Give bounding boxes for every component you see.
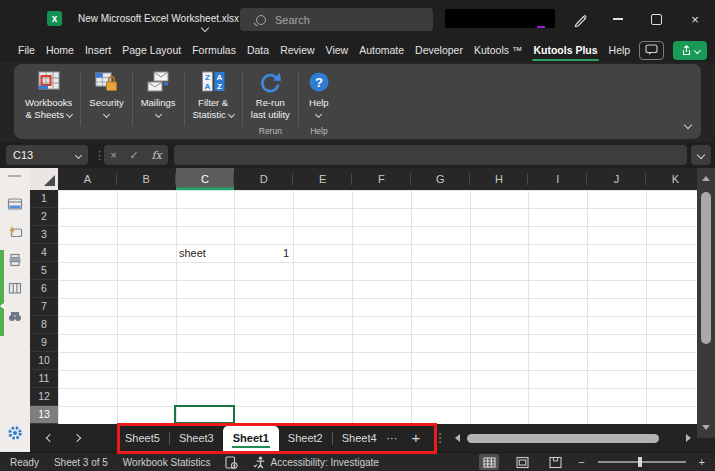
row-header-6[interactable]: 6 [30,280,58,298]
workbooks-sheets-button[interactable]: Workbooks & Sheets [20,68,77,122]
vertical-scrollbar-thumb[interactable] [701,192,711,344]
tab-help[interactable]: Help [609,38,631,62]
confirm-entry-button[interactable]: ✓ [129,149,138,162]
cell-C4[interactable]: sheet [179,244,206,262]
column-header-g[interactable]: G [411,168,470,190]
pane-expander-indicator[interactable] [0,250,4,336]
horizontal-scrollbar-thumb[interactable] [467,434,659,443]
workbook-sheet-pane-icon[interactable] [7,196,23,212]
filter-statistic-button[interactable]: Z A A Z Filter & Statistic [188,68,239,122]
maximize-button[interactable] [641,4,671,34]
document-title[interactable]: New Microsoft Excel Worksheet.xlsx [78,0,239,38]
column-header-i[interactable]: I [528,168,587,190]
tabstrip-menu-icon[interactable]: ⋮ [434,431,446,445]
sheet-tab-sheet1-active[interactable]: Sheet1 [223,426,279,452]
column-header-d[interactable]: D [234,168,293,190]
insert-function-button[interactable]: fx [151,149,161,162]
tab-file[interactable]: File [18,38,35,62]
formula-input[interactable] [174,145,687,165]
row-header-1[interactable]: 1 [30,190,58,208]
tab-review[interactable]: Review [280,38,314,62]
horizontal-scrollbar[interactable] [455,434,691,443]
collapse-ribbon-button[interactable] [685,114,691,132]
vertical-scrollbar[interactable] [697,168,715,438]
search-input[interactable]: Search [240,8,433,31]
more-sheets-icon[interactable]: ⋯ [387,432,399,445]
comments-button[interactable] [639,41,664,60]
security-button[interactable]: Security [84,68,128,119]
scroll-right-icon[interactable] [686,434,691,442]
cell-D4[interactable]: 1 [235,244,289,262]
column-header-b[interactable]: B [117,168,176,190]
previous-sheet-button[interactable] [36,424,63,452]
tab-page-layout[interactable]: Page Layout [122,38,181,62]
expand-formula-bar-button[interactable] [691,145,711,165]
column-header-j[interactable]: J [587,168,646,190]
row-header-9[interactable]: 9 [30,334,58,352]
row-header-3[interactable]: 3 [30,226,58,244]
advanced-find-pane-icon[interactable] [7,308,23,324]
column-list-pane-icon[interactable] [7,280,23,296]
row-header-13[interactable]: 13 [30,406,58,424]
select-all-corner[interactable] [30,168,58,190]
tab-formulas[interactable]: Formulas [192,38,236,62]
scroll-up-icon[interactable] [702,176,710,181]
scroll-left-icon[interactable] [455,434,460,442]
cell-grid[interactable]: sheet 1 [58,190,697,424]
workbook-statistics-button[interactable]: Workbook Statistics [123,457,211,468]
column-header-f[interactable]: F [352,168,411,190]
settings-gear-icon[interactable] [7,425,23,441]
close-button[interactable]: × [680,4,710,34]
tab-developer[interactable]: Developer [415,38,463,62]
column-header-a[interactable]: A [58,168,117,190]
tab-automate[interactable]: Automate [359,38,404,62]
tab-insert[interactable]: Insert [85,38,111,62]
page-break-preview-button[interactable] [545,454,565,470]
name-box[interactable]: C13 [6,145,88,165]
zoom-in-button[interactable]: + [699,456,705,468]
sheet-tab-sheet4[interactable]: Sheet4 [333,424,386,452]
share-button[interactable] [673,41,707,60]
page-layout-view-button[interactable] [512,454,532,470]
accessibility-checker-button[interactable]: Accessibility: Investigate [253,456,378,469]
row-header-7[interactable]: 7 [30,298,58,316]
next-sheet-button[interactable] [63,424,90,452]
row-header-10[interactable]: 10 [30,352,58,370]
print-pane-icon[interactable] [7,252,23,268]
mailings-button[interactable]: Mailings [136,68,181,119]
column-header-c[interactable]: C [176,168,235,190]
help-button[interactable]: ? Help [302,68,336,119]
row-header-4[interactable]: 4 [30,244,58,262]
cancel-entry-button[interactable]: × [110,149,116,161]
zoom-slider-thumb[interactable] [638,457,642,467]
row-header-11[interactable]: 11 [30,370,58,388]
tab-kutools-plus[interactable]: Kutools Plus [533,38,597,62]
column-header-k[interactable]: K [646,168,697,190]
title-dropdown-chevron-icon[interactable] [202,17,208,35]
sheet-tab-sheet2[interactable]: Sheet2 [279,424,332,452]
pen-mode-button[interactable] [568,7,592,31]
pane-drag-handle[interactable] [8,175,21,177]
tab-kutools[interactable]: Kutools ™ [474,38,522,62]
minimize-button[interactable] [603,4,633,34]
column-header-e[interactable]: E [293,168,352,190]
column-header-h[interactable]: H [470,168,529,190]
tab-view[interactable]: View [326,38,349,62]
horizontal-scrollbar-track[interactable] [465,434,681,443]
zoom-out-button[interactable]: − [578,456,584,468]
row-header-12[interactable]: 12 [30,388,58,406]
sheet-tab-sheet5[interactable]: Sheet5 [116,424,169,452]
sheet-tab-sheet3[interactable]: Sheet3 [170,424,223,452]
new-sheet-button[interactable]: + [412,424,421,452]
excel-app-icon[interactable]: x [47,11,62,26]
macro-record-icon[interactable] [225,456,238,469]
snap-pane-icon[interactable] [7,224,23,240]
zoom-slider[interactable] [598,461,686,463]
tab-data[interactable]: Data [247,38,269,62]
row-header-8[interactable]: 8 [30,316,58,334]
normal-view-button[interactable] [479,454,499,470]
rerun-last-utility-button[interactable]: Re-run last utility [246,68,295,122]
row-header-2[interactable]: 2 [30,208,58,226]
row-header-5[interactable]: 5 [30,262,58,280]
tab-home[interactable]: Home [46,38,74,62]
